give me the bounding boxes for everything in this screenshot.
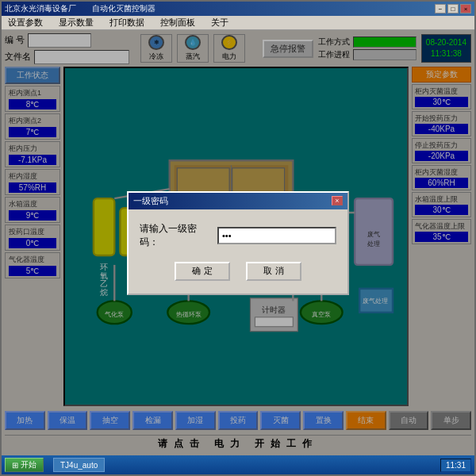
window-controls: − □ × [435, 4, 471, 13]
menu-bar: 设置参数 显示数量 打印数据 控制面板 关于 [2, 16, 474, 30]
close-button[interactable]: × [460, 4, 471, 13]
maximize-button[interactable]: □ [447, 4, 459, 13]
title-text: 北京永光消毒设备厂 自动化灭菌控制器 [5, 3, 155, 14]
menu-settings[interactable]: 设置参数 [5, 16, 46, 29]
modal-buttons: 确 定 取 消 [140, 262, 336, 281]
menu-about[interactable]: 关于 [208, 16, 232, 29]
start-label: 开始 [21, 459, 36, 470]
modal-overlay: 一级密码 × 请输入一级密码： 确 定 取 消 [2, 30, 474, 455]
minimize-button[interactable]: − [435, 4, 446, 13]
modal-cancel-button[interactable]: 取 消 [246, 262, 301, 281]
taskbar-app-item[interactable]: TJ4u_auto [53, 458, 105, 472]
modal-prompt-label: 请输入一级密码： [140, 222, 211, 249]
taskbar: ⊞ 开始 TJ4u_auto 11:31 [2, 455, 474, 474]
title-company: 北京永光消毒设备厂 [5, 3, 76, 14]
start-button[interactable]: ⊞ 开始 [5, 458, 44, 472]
menu-display[interactable]: 显示数量 [56, 16, 97, 29]
menu-control[interactable]: 控制面板 [157, 16, 198, 29]
windows-icon: ⊞ [12, 461, 18, 470]
modal-password-input[interactable] [217, 227, 336, 244]
modal-title-bar: 一级密码 × [129, 193, 347, 209]
menu-print[interactable]: 打印数据 [106, 16, 148, 29]
password-modal: 一级密码 × 请输入一级密码： 确 定 取 消 [127, 191, 349, 295]
modal-close-button[interactable]: × [332, 196, 343, 205]
taskbar-clock: 11:31 [440, 459, 471, 472]
main-content: 编 号 文件名 ❄ 冷冻 💧 蒸汽 ⚡ [2, 30, 474, 455]
modal-title-text: 一级密码 [133, 195, 168, 207]
title-app: 自动化灭菌控制器 [92, 3, 155, 14]
modal-prompt-row: 请输入一级密码： [140, 222, 336, 249]
modal-confirm-button[interactable]: 确 定 [175, 262, 230, 281]
modal-body: 请输入一级密码： 确 定 取 消 [129, 209, 347, 294]
main-window: 北京永光消毒设备厂 自动化灭菌控制器 − □ × 设置参数 显示数量 打印数据 … [0, 0, 476, 476]
title-bar: 北京永光消毒设备厂 自动化灭菌控制器 − □ × [2, 2, 474, 16]
